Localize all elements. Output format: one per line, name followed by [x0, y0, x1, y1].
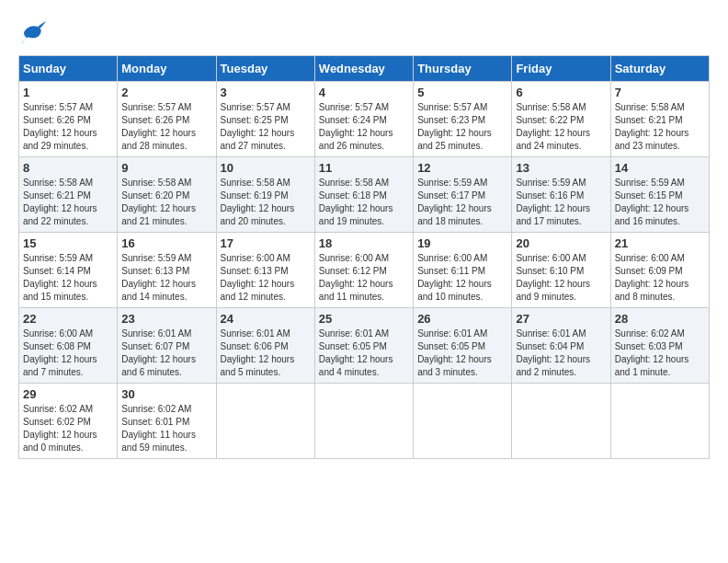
table-row: [314, 384, 413, 459]
day-info: Sunrise: 6:00 AM Sunset: 6:13 PM Dayligh…: [221, 252, 311, 304]
day-info: Sunrise: 6:00 AM Sunset: 6:12 PM Dayligh…: [319, 252, 409, 304]
table-row: 15Sunrise: 5:59 AM Sunset: 6:14 PM Dayli…: [19, 233, 118, 308]
day-number: 28: [615, 312, 705, 326]
col-wednesday: Wednesday: [314, 56, 413, 82]
calendar-week-row: 1Sunrise: 5:57 AM Sunset: 6:26 PM Daylig…: [19, 82, 710, 157]
table-row: 5Sunrise: 5:57 AM Sunset: 6:23 PM Daylig…: [414, 82, 512, 157]
day-info: Sunrise: 5:58 AM Sunset: 6:21 PM Dayligh…: [23, 177, 113, 228]
day-info: Sunrise: 6:01 AM Sunset: 6:05 PM Dayligh…: [417, 327, 507, 379]
day-info: Sunrise: 6:01 AM Sunset: 6:05 PM Dayligh…: [319, 327, 409, 379]
table-row: 8Sunrise: 5:58 AM Sunset: 6:21 PM Daylig…: [19, 157, 118, 233]
day-info: Sunrise: 5:59 AM Sunset: 6:13 PM Dayligh…: [121, 252, 211, 304]
day-info: Sunrise: 6:02 AM Sunset: 6:01 PM Dayligh…: [121, 403, 211, 454]
day-info: Sunrise: 5:58 AM Sunset: 6:19 PM Dayligh…: [221, 177, 311, 228]
day-info: Sunrise: 5:57 AM Sunset: 6:26 PM Dayligh…: [23, 101, 113, 153]
day-number: 16: [121, 236, 211, 250]
day-number: 17: [221, 236, 311, 250]
day-info: Sunrise: 5:57 AM Sunset: 6:25 PM Dayligh…: [221, 101, 311, 153]
day-number: 11: [319, 161, 409, 175]
col-tuesday: Tuesday: [216, 56, 314, 82]
day-info: Sunrise: 6:02 AM Sunset: 6:03 PM Dayligh…: [615, 327, 705, 379]
day-info: Sunrise: 5:58 AM Sunset: 6:22 PM Dayligh…: [516, 101, 606, 153]
day-number: 13: [516, 161, 606, 175]
table-row: 4Sunrise: 5:57 AM Sunset: 6:24 PM Daylig…: [314, 82, 413, 157]
day-number: 27: [516, 312, 606, 326]
day-info: Sunrise: 5:57 AM Sunset: 6:26 PM Dayligh…: [121, 101, 211, 153]
day-number: 8: [23, 161, 113, 175]
table-row: 18Sunrise: 6:00 AM Sunset: 6:12 PM Dayli…: [314, 233, 413, 308]
table-row: 30Sunrise: 6:02 AM Sunset: 6:01 PM Dayli…: [118, 384, 216, 459]
day-info: Sunrise: 5:58 AM Sunset: 6:18 PM Dayligh…: [319, 177, 409, 228]
day-number: 23: [121, 312, 211, 326]
day-number: 5: [417, 86, 507, 99]
day-number: 14: [615, 161, 705, 175]
day-number: 3: [221, 86, 311, 99]
day-info: Sunrise: 6:01 AM Sunset: 6:07 PM Dayligh…: [121, 327, 211, 379]
table-row: 9Sunrise: 5:58 AM Sunset: 6:20 PM Daylig…: [118, 157, 216, 233]
table-row: 28Sunrise: 6:02 AM Sunset: 6:03 PM Dayli…: [610, 308, 709, 384]
day-info: Sunrise: 5:59 AM Sunset: 6:17 PM Dayligh…: [417, 177, 507, 228]
day-info: Sunrise: 6:00 AM Sunset: 6:09 PM Dayligh…: [615, 252, 705, 304]
table-row: [610, 384, 709, 459]
calendar-week-row: 8Sunrise: 5:58 AM Sunset: 6:21 PM Daylig…: [19, 157, 710, 233]
calendar-week-row: 29Sunrise: 6:02 AM Sunset: 6:02 PM Dayli…: [19, 384, 710, 459]
day-info: Sunrise: 5:59 AM Sunset: 6:14 PM Dayligh…: [23, 252, 113, 304]
day-number: 15: [23, 236, 113, 250]
day-number: 18: [319, 236, 409, 250]
day-info: Sunrise: 5:58 AM Sunset: 6:20 PM Dayligh…: [121, 177, 211, 228]
day-number: 24: [221, 312, 311, 326]
day-number: 19: [417, 236, 507, 250]
day-info: Sunrise: 6:01 AM Sunset: 6:04 PM Dayligh…: [516, 327, 606, 379]
table-row: 14Sunrise: 5:59 AM Sunset: 6:15 PM Dayli…: [610, 157, 709, 233]
table-row: 16Sunrise: 5:59 AM Sunset: 6:13 PM Dayli…: [118, 233, 216, 308]
day-info: Sunrise: 5:57 AM Sunset: 6:24 PM Dayligh…: [319, 101, 409, 153]
table-row: 20Sunrise: 6:00 AM Sunset: 6:10 PM Dayli…: [512, 233, 610, 308]
table-row: 21Sunrise: 6:00 AM Sunset: 6:09 PM Dayli…: [610, 233, 709, 308]
day-number: 4: [319, 86, 409, 99]
day-info: Sunrise: 6:00 AM Sunset: 6:08 PM Dayligh…: [23, 327, 113, 379]
page-header: [18, 18, 710, 46]
table-row: 1Sunrise: 5:57 AM Sunset: 6:26 PM Daylig…: [19, 82, 118, 157]
calendar-week-row: 15Sunrise: 5:59 AM Sunset: 6:14 PM Dayli…: [19, 233, 710, 308]
table-row: 6Sunrise: 5:58 AM Sunset: 6:22 PM Daylig…: [512, 82, 610, 157]
logo: [18, 18, 50, 46]
table-row: [512, 384, 610, 459]
col-thursday: Thursday: [414, 56, 512, 82]
day-number: 30: [121, 387, 211, 401]
calendar-table: Sunday Monday Tuesday Wednesday Thursday…: [18, 55, 710, 459]
col-friday: Friday: [512, 56, 610, 82]
calendar-week-row: 22Sunrise: 6:00 AM Sunset: 6:08 PM Dayli…: [19, 308, 710, 384]
day-number: 21: [615, 236, 705, 250]
table-row: 3Sunrise: 5:57 AM Sunset: 6:25 PM Daylig…: [216, 82, 314, 157]
table-row: 17Sunrise: 6:00 AM Sunset: 6:13 PM Dayli…: [216, 233, 314, 308]
col-saturday: Saturday: [610, 56, 709, 82]
table-row: [216, 384, 314, 459]
day-number: 10: [221, 161, 311, 175]
day-info: Sunrise: 6:01 AM Sunset: 6:06 PM Dayligh…: [221, 327, 311, 379]
col-monday: Monday: [118, 56, 216, 82]
table-row: 22Sunrise: 6:00 AM Sunset: 6:08 PM Dayli…: [19, 308, 118, 384]
day-number: 22: [23, 312, 113, 326]
col-sunday: Sunday: [19, 56, 118, 82]
table-row: 13Sunrise: 5:59 AM Sunset: 6:16 PM Dayli…: [512, 157, 610, 233]
day-number: 6: [516, 86, 606, 99]
day-number: 12: [417, 161, 507, 175]
day-number: 29: [23, 387, 113, 401]
table-row: 23Sunrise: 6:01 AM Sunset: 6:07 PM Dayli…: [118, 308, 216, 384]
logo-icon: [18, 18, 46, 46]
table-row: [414, 384, 512, 459]
table-row: 24Sunrise: 6:01 AM Sunset: 6:06 PM Dayli…: [216, 308, 314, 384]
table-row: 2Sunrise: 5:57 AM Sunset: 6:26 PM Daylig…: [118, 82, 216, 157]
calendar-header-row: Sunday Monday Tuesday Wednesday Thursday…: [19, 56, 710, 82]
day-info: Sunrise: 5:58 AM Sunset: 6:21 PM Dayligh…: [615, 101, 705, 153]
table-row: 7Sunrise: 5:58 AM Sunset: 6:21 PM Daylig…: [610, 82, 709, 157]
table-row: 12Sunrise: 5:59 AM Sunset: 6:17 PM Dayli…: [414, 157, 512, 233]
day-info: Sunrise: 6:00 AM Sunset: 6:11 PM Dayligh…: [417, 252, 507, 304]
table-row: 29Sunrise: 6:02 AM Sunset: 6:02 PM Dayli…: [19, 384, 118, 459]
table-row: 27Sunrise: 6:01 AM Sunset: 6:04 PM Dayli…: [512, 308, 610, 384]
table-row: 11Sunrise: 5:58 AM Sunset: 6:18 PM Dayli…: [314, 157, 413, 233]
day-info: Sunrise: 6:02 AM Sunset: 6:02 PM Dayligh…: [23, 403, 113, 454]
table-row: 26Sunrise: 6:01 AM Sunset: 6:05 PM Dayli…: [414, 308, 512, 384]
day-number: 26: [417, 312, 507, 326]
day-number: 1: [23, 86, 113, 99]
